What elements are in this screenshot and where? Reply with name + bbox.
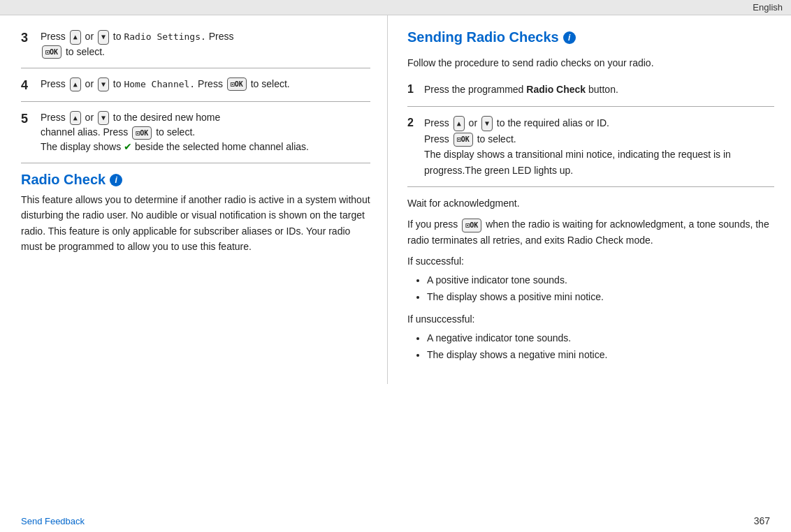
ok-btn-wait: ⊡OK (462, 219, 481, 232)
checkmark-icon: ✔ (124, 141, 132, 152)
if-press-text: If you press ⊡OK when the radio is waiti… (407, 216, 774, 248)
header-bar: English (0, 0, 791, 15)
unsuccessful-bullet-2: The display shows a negative mini notice… (427, 347, 774, 362)
if-unsuccessful-label: If unsuccessful: (407, 311, 774, 327)
right-step-1-content: Press the programmed Radio Check button. (424, 82, 774, 97)
radio-check-description: This feature allows you to determine if … (21, 192, 370, 255)
step-4-number: 4 (21, 77, 41, 93)
left-column: 3 Press or to Radio Settings. Press ⊡OK … (0, 15, 388, 384)
if-successful-list: A positive indicator tone sounds. The di… (407, 272, 774, 305)
or-text-r2: or (469, 117, 477, 128)
radio-check-bold: Radio Check (526, 84, 586, 95)
if-unsuccessful-list: A negative indicator tone sounds. The di… (407, 330, 774, 363)
right-col-intro: Follow the procedure to send radio check… (407, 55, 774, 71)
sending-radio-checks-title: Sending Radio Checks (407, 29, 576, 45)
step-4-content: Press or to Home Channel. Press ⊡OK to s… (41, 77, 370, 93)
right-step-2-content: Press or to the required alias or ID. Pr… (424, 115, 774, 178)
sending-radio-checks-text: Sending Radio Checks (407, 29, 559, 45)
sending-radio-checks-title-row: Sending Radio Checks (407, 29, 774, 50)
unsuccessful-bullet-1: A negative indicator tone sounds. (427, 330, 774, 346)
page-number: 367 (754, 515, 770, 526)
step-3-content: Press or to Radio Settings. Press ⊡OK to… (41, 29, 370, 59)
ok-btn-4: ⊡OK (227, 77, 247, 91)
step-3-number: 3 (21, 29, 41, 59)
step-5-number: 5 (21, 110, 41, 155)
step-4-dest: Home Channel. (124, 79, 195, 89)
ok-btn-3: ⊡OK (42, 45, 61, 59)
successful-bullet-1: A positive indicator tone sounds. (427, 272, 774, 288)
step-5-content: Press or to the desired new home channel… (41, 110, 370, 155)
if-successful-label: If successful: (407, 253, 774, 269)
step-4-row: 4 Press or to Home Channel. Press ⊡OK to… (21, 77, 370, 102)
wait-text: Wait for acknowledgment. (407, 195, 774, 211)
right-step-2-number: 2 (407, 115, 424, 178)
language-label: English (753, 2, 783, 13)
up-arrow-icon-5 (70, 111, 81, 126)
up-arrow-icon-3 (70, 30, 81, 45)
down-arrow-icon-3 (98, 30, 109, 45)
footer: Send Feedback 367 (0, 510, 791, 532)
down-arrow-icon-r2 (481, 116, 493, 131)
radio-check-section: Radio Check This feature allows you to d… (21, 172, 370, 255)
or-text-4a: or (85, 78, 94, 89)
up-arrow-icon-r2 (453, 116, 465, 131)
up-arrow-icon-4 (70, 77, 81, 92)
ok-btn-5: ⊡OK (132, 126, 152, 140)
right-column: Sending Radio Checks Follow the procedur… (388, 15, 791, 384)
right-step-1-row: 1 Press the programmed Radio Check butto… (407, 82, 774, 106)
step-3-row: 3 Press or to Radio Settings. Press ⊡OK … (21, 29, 370, 68)
sending-radio-checks-icon (563, 31, 576, 44)
main-content: 3 Press or to Radio Settings. Press ⊡OK … (0, 15, 791, 384)
successful-bullet-2: The display shows a positive mini notice… (427, 289, 774, 304)
step-3-dest: Radio Settings. (124, 31, 205, 42)
or-text-5a: or (85, 112, 94, 123)
send-feedback-link[interactable]: Send Feedback (21, 516, 85, 526)
or-text-3a: or (85, 31, 94, 42)
down-arrow-icon-5 (98, 111, 109, 126)
radio-check-title-text: Radio Check (21, 172, 106, 188)
down-arrow-icon-4 (98, 77, 109, 92)
right-step-2-row: 2 Press or to the required alias or ID. … (407, 115, 774, 187)
ok-btn-r2: ⊡OK (453, 133, 473, 147)
radio-check-title: Radio Check (21, 172, 370, 188)
step-5-row: 5 Press or to the desired new home chann… (21, 110, 370, 164)
radio-check-icon (110, 174, 122, 186)
right-step-1-number: 1 (407, 82, 424, 97)
